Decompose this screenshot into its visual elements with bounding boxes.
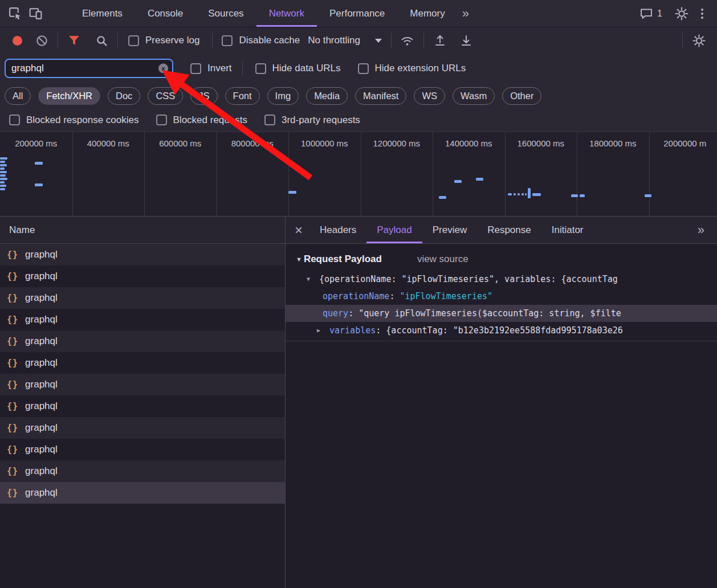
resource-type-filters: AllFetch/XHRDocCSSJSFontImgMediaManifest… [0, 83, 717, 108]
device-toolbar-icon[interactable] [25, 3, 46, 24]
tab-memory[interactable]: Memory [397, 0, 457, 27]
request-name: graphql [25, 444, 58, 455]
payload-summary-row[interactable]: ▼{operationName: "ipFlowTimeseries", var… [286, 271, 717, 288]
inspect-element-icon[interactable] [5, 3, 25, 24]
kebab-menu-icon[interactable] [692, 3, 712, 24]
search-icon[interactable] [91, 30, 112, 51]
timeline-gridline [144, 132, 145, 216]
throttling-select[interactable]: No throttling [308, 35, 382, 46]
divider [391, 33, 392, 48]
type-filter-img[interactable]: Img [267, 87, 299, 105]
network-conditions-icon[interactable] [397, 30, 418, 51]
close-details-icon[interactable]: × [295, 223, 303, 237]
request-row[interactable]: {}graphql [0, 266, 285, 287]
payload-row-operation-name[interactable]: operationName: "ipFlowTimeseries" [286, 288, 717, 305]
view-source-link[interactable]: view source [417, 254, 469, 265]
network-settings-gear-icon[interactable] [689, 30, 709, 51]
request-name: graphql [25, 249, 58, 260]
invert-checkbox[interactable] [190, 63, 201, 74]
request-row[interactable]: {}graphql [0, 330, 285, 352]
more-detail-tabs-icon[interactable]: » [693, 223, 709, 238]
hide-data-urls-checkbox[interactable] [255, 63, 266, 74]
type-filter-media[interactable]: Media [306, 87, 348, 105]
type-filter-manifest[interactable]: Manifest [355, 87, 406, 105]
payload-row-query[interactable]: query: "query ipFlowTimeseries($accountT… [286, 305, 717, 322]
tab-console[interactable]: Console [135, 0, 195, 27]
request-row[interactable]: {}graphql [0, 460, 285, 482]
third-party-requests-group[interactable]: 3rd-party requests [264, 115, 360, 126]
detail-tab-response[interactable]: Response [477, 217, 541, 243]
blocked-requests-group[interactable]: Blocked requests [156, 115, 247, 126]
timeline-label: 200000 ms [0, 132, 72, 148]
request-row[interactable]: {}graphql [0, 395, 285, 417]
timeline-overview[interactable]: 200000 ms400000 ms600000 ms800000 ms1000… [0, 132, 717, 217]
filter-funnel-icon[interactable] [64, 30, 84, 51]
timeline-label: 2000000 m [649, 132, 717, 148]
request-row[interactable]: {}graphql [0, 287, 285, 309]
import-har-icon[interactable] [430, 30, 450, 51]
request-row[interactable]: {}graphql [0, 482, 285, 504]
request-row[interactable]: {}graphql [0, 417, 285, 439]
detail-tab-headers[interactable]: Headers [309, 217, 366, 243]
json-braces-icon: {} [7, 358, 18, 368]
type-filter-ws[interactable]: WS [414, 87, 445, 105]
request-row[interactable]: {}graphql [0, 352, 285, 374]
disable-cache-checkbox[interactable] [222, 35, 233, 46]
invert-checkbox-group[interactable]: Invert [190, 63, 232, 74]
timeline-label: 800000 ms [217, 132, 289, 148]
type-filter-wasm[interactable]: Wasm [453, 87, 495, 105]
type-filter-css[interactable]: CSS [148, 87, 183, 105]
blocked-requests-checkbox[interactable] [156, 115, 167, 125]
export-har-icon[interactable] [456, 30, 476, 51]
type-filter-other[interactable]: Other [502, 87, 541, 105]
hide-extension-urls-checkbox[interactable] [358, 63, 369, 74]
more-tabs-icon[interactable]: » [458, 6, 474, 21]
blocked-cookies-checkbox[interactable] [9, 115, 20, 125]
clear-network-log-icon[interactable] [31, 30, 52, 51]
waterfall-mark [528, 188, 531, 198]
detail-tab-initiator[interactable]: Initiator [541, 217, 594, 243]
type-filter-doc[interactable]: Doc [108, 87, 140, 105]
request-row[interactable]: {}graphql [0, 374, 285, 395]
blocked-cookies-group[interactable]: Blocked response cookies [9, 115, 139, 126]
hide-data-urls-group[interactable]: Hide data URLs [255, 63, 341, 74]
waterfall-mark [518, 193, 520, 195]
request-row[interactable]: {}graphql [0, 309, 285, 330]
type-filter-font[interactable]: Font [225, 87, 260, 105]
request-name: graphql [25, 271, 58, 282]
speech-bubble-icon [639, 7, 653, 21]
preserve-log-checkbox[interactable] [128, 35, 139, 46]
request-payload-section-header[interactable]: ▼ Request Payload view source [286, 244, 717, 271]
hide-extension-urls-group[interactable]: Hide extension URLs [358, 63, 466, 74]
disable-cache-checkbox-group[interactable]: Disable cache [222, 35, 300, 46]
tab-sources[interactable]: Sources [195, 0, 256, 27]
request-row[interactable]: {}graphql [0, 439, 285, 460]
json-braces-icon: {} [7, 423, 18, 433]
payload-row-variables[interactable]: ▶variables: {accountTag: "b12e3b2192ee55… [286, 322, 717, 339]
filter-input[interactable] [5, 59, 173, 78]
type-filter-fetch-xhr[interactable]: Fetch/XHR [38, 87, 100, 105]
json-string-value: "ipFlowTimeseries" [400, 291, 492, 301]
devtools-window: ElementsConsoleSourcesNetworkPerformance… [0, 0, 717, 588]
type-filter-js[interactable]: JS [190, 87, 217, 105]
settings-gear-icon[interactable] [671, 3, 692, 24]
request-name: graphql [25, 487, 58, 499]
column-header-name[interactable]: Name [0, 224, 35, 236]
preserve-log-checkbox-group[interactable]: Preserve log [128, 35, 199, 46]
type-filter-all[interactable]: All [5, 87, 31, 105]
devtools-tab-strip: ElementsConsoleSourcesNetworkPerformance… [70, 0, 458, 27]
json-braces-icon: {} [7, 444, 18, 455]
preserve-log-label: Preserve log [145, 35, 199, 46]
waterfall-mark [571, 194, 578, 197]
detail-tab-payload[interactable]: Payload [366, 217, 422, 243]
tab-performance[interactable]: Performance [317, 0, 397, 27]
clear-filter-icon[interactable]: × [158, 64, 168, 74]
request-row[interactable]: {}graphql [0, 244, 285, 266]
record-button[interactable] [13, 36, 22, 46]
tab-elements[interactable]: Elements [70, 0, 135, 27]
waterfall-mark [0, 164, 7, 166]
tab-network[interactable]: Network [256, 0, 317, 27]
third-party-requests-checkbox[interactable] [264, 115, 275, 125]
console-messages-button[interactable]: 1 [639, 7, 662, 21]
detail-tab-preview[interactable]: Preview [422, 217, 477, 243]
